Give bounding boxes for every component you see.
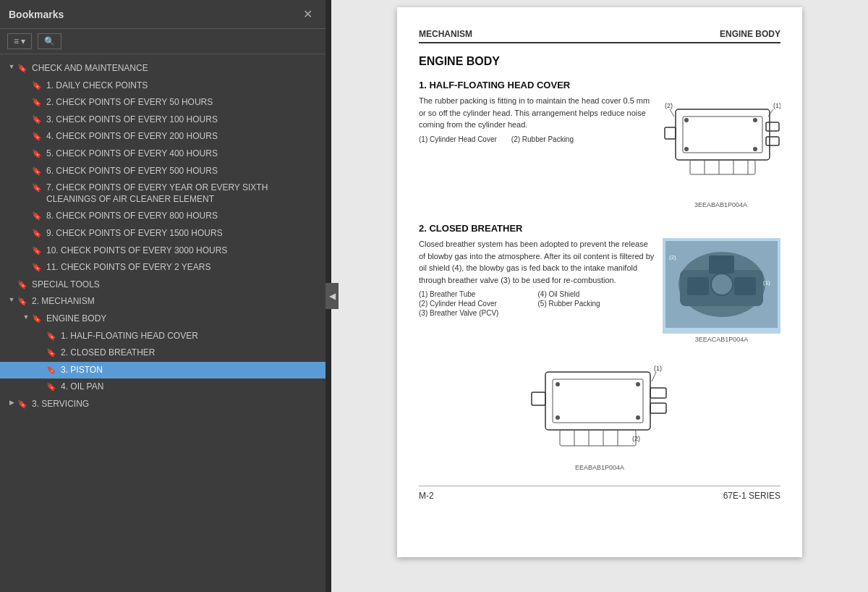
cap2: (2) Cylinder Head Cover xyxy=(419,300,537,308)
section1-diagram-label: 3EEABAB1P004A xyxy=(661,201,780,208)
bookmark-item-closed-breather[interactable]: 🔖2. CLOSED BREATHER xyxy=(0,344,326,362)
cap3: (3) Breather Valve (PCV) xyxy=(419,309,537,317)
bookmark-icon: 🔖 xyxy=(32,182,43,193)
bookmark-item-year-or-six[interactable]: 🔖7. CHECK POINTS OF EVERY YEAR OR EVERY … xyxy=(0,179,326,208)
section2-diagram: (2) (1) 3EEACAB1P004A xyxy=(663,238,780,343)
sidebar-header: Bookmarks ✕ xyxy=(0,0,326,29)
cap4: (4) Oil Shield xyxy=(538,290,656,298)
section3-diagram: (1) (2) EEABAB1P004A xyxy=(419,358,780,471)
bookmark-item-100-hours[interactable]: 🔖3. CHECK POINTS OF EVERY 100 HOURS xyxy=(0,111,326,129)
find-button[interactable]: 🔍 xyxy=(38,33,61,49)
cap5: (5) Rubber Packing xyxy=(538,300,656,308)
svg-rect-24 xyxy=(709,255,734,274)
svg-rect-1 xyxy=(683,117,762,153)
svg-point-29 xyxy=(556,382,560,386)
bookmark-label: 6. CHECK POINTS OF EVERY 500 HOURS xyxy=(46,166,218,177)
section1-caption1: (1) Cylinder Head Cover xyxy=(419,135,497,143)
section-title: ENGINE BODY xyxy=(419,55,780,68)
bookmark-icon: 🔖 xyxy=(32,166,43,176)
header-mechanism: MECHANISM xyxy=(419,29,472,39)
binoculars-icon: 🔍 xyxy=(44,36,55,46)
bookmark-label: 9. CHECK POINTS OF EVERY 1500 HOURS xyxy=(46,228,223,240)
bookmark-icon: 🔖 xyxy=(32,131,43,141)
bookmark-icon: 🔖 xyxy=(46,331,58,341)
sidebar: Bookmarks ✕ ≡ ▾ 🔍 ▼🔖CHECK AND MAINTENANC… xyxy=(0,0,326,592)
list-icon: ≡ xyxy=(14,36,19,46)
toggle-icon: ▼ xyxy=(20,313,32,322)
svg-text:(2): (2) xyxy=(669,254,676,261)
toggle-icon: ▶ xyxy=(6,399,17,407)
svg-text:(2): (2) xyxy=(632,435,640,442)
bookmark-label: 4. CHECK POINTS OF EVERY 200 HOURS xyxy=(46,131,218,143)
sidebar-title: Bookmarks xyxy=(9,9,64,20)
bookmark-label: 3. SERVICING xyxy=(32,399,89,410)
bookmark-label: SPECIAL TOOLS xyxy=(32,279,100,291)
svg-point-30 xyxy=(636,382,640,386)
collapse-sidebar-button[interactable]: ◀ xyxy=(326,283,339,309)
sidebar-close-button[interactable]: ✕ xyxy=(299,6,317,22)
bookmark-item-1500-hours[interactable]: 🔖9. CHECK POINTS OF EVERY 1500 HOURS xyxy=(0,225,326,242)
bookmark-icon: 🔖 xyxy=(32,114,43,124)
svg-rect-39 xyxy=(560,430,636,446)
bookmark-label: 3. PISTON xyxy=(61,365,103,376)
bookmark-item-engine-body[interactable]: ▼🔖ENGINE BODY xyxy=(0,310,326,328)
bookmark-label: 1. HALF-FLOATING HEAD COVER xyxy=(61,331,198,342)
section1-caption2: (2) Rubber Packing xyxy=(511,135,574,143)
svg-point-2 xyxy=(684,118,689,122)
section1-text: The rubber packing is fitting in to main… xyxy=(419,95,654,131)
sidebar-toolbar: ≡ ▾ 🔍 xyxy=(0,29,326,54)
bookmark-label: CHECK AND MAINTENANCE xyxy=(32,63,148,75)
bookmark-item-2-years[interactable]: 🔖11. CHECK POINTS OF EVERY 2 YEARS xyxy=(0,259,326,276)
bookmark-item-mechanism[interactable]: ▼🔖2. MECHANISM xyxy=(0,293,326,310)
section2-diagram-label: 3EEACAB1P004A xyxy=(663,336,780,343)
dropdown-arrow-icon: ▾ xyxy=(21,36,25,46)
svg-rect-13 xyxy=(690,160,755,174)
bookmark-item-3000-hours[interactable]: 🔖10. CHECK POINTS OF EVERY 3000 HOURS xyxy=(0,242,326,260)
bookmark-label: 10. CHECK POINTS OF EVERY 3000 HOURS xyxy=(46,245,227,257)
head-cover-svg: (1) (2) xyxy=(661,95,780,196)
bookmark-item-piston[interactable]: 🔖3. PISTON xyxy=(0,362,326,379)
section1-body: The rubber packing is fitting in to main… xyxy=(419,95,780,208)
section2-title: 2. CLOSED BREATHER xyxy=(419,223,780,234)
section2-captions: (1) Breather Tube (4) Oil Shield (2) Cyl… xyxy=(419,290,655,317)
bookmark-item-200-hours[interactable]: 🔖4. CHECK POINTS OF EVERY 200 HOURS xyxy=(0,128,326,145)
cap1: (1) Breather Tube xyxy=(419,290,537,298)
svg-point-23 xyxy=(711,274,733,295)
section3-svg: (1) (2) xyxy=(527,358,672,459)
bookmark-item-oil-pan[interactable]: 🔖4. OIL PAN xyxy=(0,379,326,396)
bookmark-item-800-hours[interactable]: 🔖8. CHECK POINTS OF EVERY 800 HOURS xyxy=(0,208,326,225)
svg-rect-21 xyxy=(687,277,709,295)
footer-page-num: M-2 xyxy=(419,491,434,501)
svg-rect-27 xyxy=(545,372,650,430)
bookmark-label: 5. CHECK POINTS OF EVERY 400 HOURS xyxy=(46,148,218,160)
bookmark-icon: 🔖 xyxy=(32,228,43,238)
svg-rect-7 xyxy=(766,122,779,131)
toggle-icon: ▼ xyxy=(6,63,17,72)
svg-line-12 xyxy=(670,109,674,117)
page-area: MECHANISM ENGINE BODY ENGINE BODY 1. HAL… xyxy=(397,7,802,557)
bookmark-label: 1. DAILY CHECK POINTS xyxy=(46,80,148,92)
bookmark-item-special-tools[interactable]: 🔖SPECIAL TOOLS xyxy=(0,276,326,294)
bookmark-label: 2. CLOSED BREATHER xyxy=(61,347,155,359)
bookmark-label: 7. CHECK POINTS OF EVERY YEAR OR EVERY S… xyxy=(46,182,320,205)
bookmark-item-half-floating[interactable]: 🔖1. HALF-FLOATING HEAD COVER xyxy=(0,328,326,345)
bookmark-icon: 🔖 xyxy=(32,262,43,272)
svg-point-4 xyxy=(684,147,689,151)
bookmark-item-check-maintenance[interactable]: ▼🔖CHECK AND MAINTENANCE xyxy=(0,60,326,77)
bookmark-label: ENGINE BODY xyxy=(46,313,106,325)
bookmark-item-servicing[interactable]: ▶🔖3. SERVICING xyxy=(0,396,326,413)
bookmark-label: 8. CHECK POINTS OF EVERY 800 HOURS xyxy=(46,211,218,222)
engine-photo-svg: (2) (1) xyxy=(665,241,778,328)
svg-text:(2): (2) xyxy=(665,102,673,109)
svg-rect-8 xyxy=(766,137,779,145)
bookmark-item-daily-check[interactable]: 🔖1. DAILY CHECK POINTS xyxy=(0,77,326,95)
bookmark-icon: 🔖 xyxy=(46,365,58,375)
svg-rect-33 xyxy=(532,392,545,405)
list-view-button[interactable]: ≡ ▾ xyxy=(7,33,32,49)
svg-text:(1): (1) xyxy=(654,365,662,372)
bookmark-item-500-hours[interactable]: 🔖6. CHECK POINTS OF EVERY 500 HOURS xyxy=(0,163,326,180)
bookmark-item-50-hours[interactable]: 🔖2. CHECK POINTS OF EVERY 50 HOURS xyxy=(0,94,326,111)
section-half-floating: 1. HALF-FLOATING HEAD COVER The rubber p… xyxy=(419,80,780,208)
bookmark-item-400-hours[interactable]: 🔖5. CHECK POINTS OF EVERY 400 HOURS xyxy=(0,145,326,163)
bookmark-icon: 🔖 xyxy=(46,381,58,392)
